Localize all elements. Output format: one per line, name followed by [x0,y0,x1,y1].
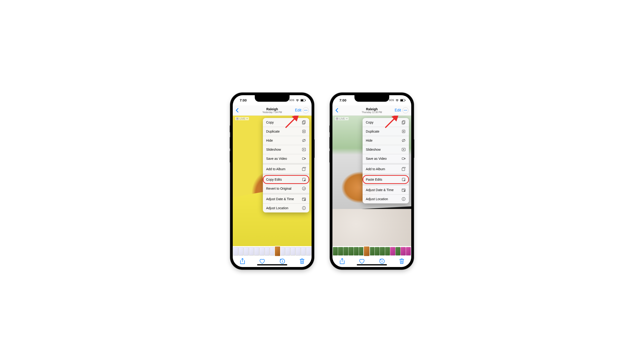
thumbnail[interactable] [354,247,359,255]
menu-item-revert[interactable]: Revert to Original [263,184,309,193]
menu-item-video[interactable]: Save as Video [362,154,409,163]
live-badge[interactable]: LIVE [235,117,249,120]
thumbnail[interactable] [270,247,275,255]
thumbnail-strip[interactable] [332,246,411,255]
thumbnail[interactable] [301,247,306,255]
thumbnail[interactable] [306,247,311,255]
thumbnail[interactable] [238,247,244,255]
thumbnail[interactable] [249,247,254,255]
menu-item-label: Adjust Location [366,197,388,201]
svg-point-30 [406,110,407,111]
edit-button[interactable]: Edit [295,108,301,112]
svg-text:i: i [403,198,404,200]
thumbnail[interactable] [396,247,400,255]
chevron-down-icon [246,118,248,119]
menu-item-duplicate[interactable]: Duplicate [263,127,309,136]
thumbnail[interactable] [244,247,249,255]
thumbnail[interactable] [364,246,370,256]
menu-item-slideshow[interactable]: Slideshow [263,145,309,154]
thumbnail[interactable] [280,247,285,255]
thumbnail[interactable] [338,247,343,255]
revert-icon [302,187,306,191]
thumbnail[interactable] [348,247,353,255]
thumbnail[interactable] [285,247,290,255]
menu-item-label: Copy Edits [266,178,282,181]
thumbnail[interactable] [260,247,264,255]
thumbnail[interactable] [359,247,364,255]
slideshow-icon [302,147,306,152]
home-indicator[interactable] [357,264,387,265]
svg-point-16 [302,187,306,190]
svg-point-3 [304,110,305,111]
thumbnail[interactable] [400,247,406,255]
menu-item-location[interactable]: Adjust Locationi [362,195,409,204]
notch [354,95,389,102]
thumbnail[interactable] [290,247,296,255]
svg-rect-26 [400,99,403,101]
location-icon: i [302,206,306,210]
thumbnail[interactable] [333,247,338,255]
svg-rect-27 [405,100,406,101]
thumbnail[interactable] [233,247,238,255]
menu-item-label: Slideshow [366,148,381,151]
share-icon[interactable] [240,258,245,264]
menu-item-label: Hide [266,139,273,142]
thumbnail[interactable] [254,247,259,255]
thumbnail[interactable] [385,247,390,255]
trash-icon[interactable] [399,258,404,264]
menu-item-album[interactable]: Add to Album [263,165,309,173]
menu-item-location[interactable]: Adjust Locationi [263,204,309,213]
menu-item-hide[interactable]: Hide [263,136,309,145]
thumbnail[interactable] [369,247,374,255]
menu-item-album[interactable]: Add to Album [362,165,409,173]
live-label: LIVE [340,117,345,120]
menu-item-hide[interactable]: Hide [362,136,409,145]
svg-rect-12 [302,168,305,171]
svg-rect-32 [402,121,404,124]
heart-icon[interactable] [259,258,265,264]
more-button[interactable] [303,107,309,113]
nav-bar: Raleigh Yesterday 7:04 PM Edit [233,105,312,116]
share-icon[interactable] [340,258,345,264]
menu-item-video[interactable]: Save as Video [263,154,309,163]
nav-location: Raleigh [354,107,390,111]
menu-item-copy-edits[interactable]: Copy Edits [263,175,309,184]
live-badge[interactable]: LIVE [335,117,349,120]
svg-point-15 [304,180,306,181]
home-indicator[interactable] [257,264,287,265]
calendar-icon [402,188,406,192]
svg-point-28 [404,110,405,111]
svg-point-4 [306,110,306,111]
thumbnail[interactable] [275,246,280,256]
back-icon[interactable] [236,108,239,113]
trash-icon[interactable] [300,258,304,264]
menu-item-copy[interactable]: Copy [362,118,409,127]
thumbnail-strip[interactable] [233,246,312,255]
thumbnail[interactable] [406,247,411,255]
svg-rect-31 [403,120,405,123]
info-icon[interactable]: i [379,258,385,264]
thumbnail[interactable] [390,247,395,255]
edit-button[interactable]: Edit [394,108,401,112]
back-icon[interactable] [335,108,338,113]
status-sos: SOS [289,99,294,101]
thumbnail[interactable] [380,247,384,255]
chevron-down-icon [346,118,348,119]
menu-item-calendar[interactable]: Adjust Date & Time [362,186,409,195]
album-icon [302,167,306,171]
menu-item-paste-edits[interactable]: Paste Edits [362,175,409,184]
svg-rect-38 [403,167,406,168]
heart-icon[interactable] [359,258,365,264]
thumbnail[interactable] [296,247,301,255]
duplicate-icon [402,129,406,133]
menu-item-copy[interactable]: Copy [263,118,309,127]
more-button[interactable] [402,107,408,113]
thumbnail[interactable] [343,247,348,255]
menu-item-duplicate[interactable]: Duplicate [362,127,409,136]
info-icon[interactable]: i [279,258,285,264]
thumbnail[interactable] [374,247,380,255]
menu-item-calendar[interactable]: Adjust Date & Time [263,195,309,204]
svg-point-29 [405,110,406,111]
menu-item-slideshow[interactable]: Slideshow [362,145,409,154]
thumbnail[interactable] [265,247,270,255]
